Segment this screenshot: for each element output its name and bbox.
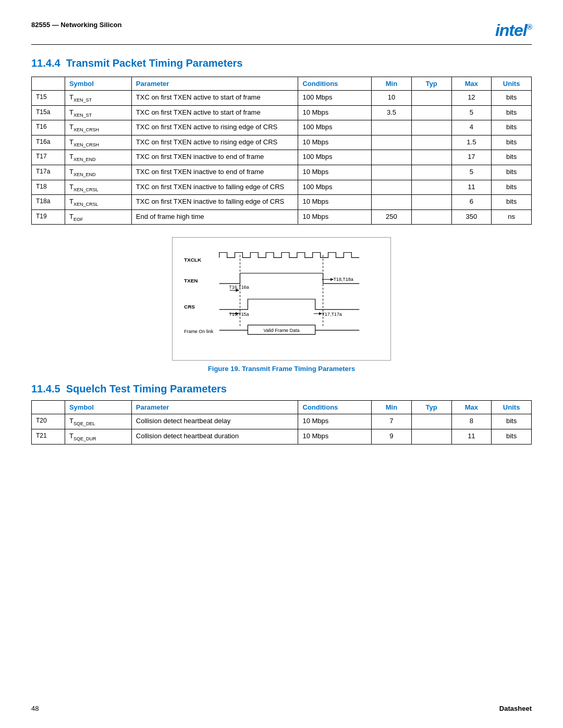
- header-title: 82555 — Networking Silicon: [31, 21, 121, 29]
- footer-page-number: 48: [31, 705, 39, 712]
- row-conditions: 10 Mbps: [298, 429, 372, 444]
- row-parameter: TXC on first TXEN active to start of fra…: [131, 91, 298, 106]
- col-units: Units: [492, 77, 532, 91]
- row-parameter: TXC on first TXEN inactive to end of fra…: [131, 150, 298, 165]
- col2-parameter: Parameter: [131, 401, 298, 414]
- page-header: 82555 — Networking Silicon intel®: [31, 21, 532, 45]
- row-symbol: TXEN_CRSL: [65, 180, 131, 195]
- row-conditions: 100 Mbps: [298, 91, 372, 106]
- row-id: T17: [32, 150, 65, 165]
- row-max: 4: [451, 120, 492, 135]
- row-units: bits: [492, 105, 532, 120]
- row-min: 10: [372, 91, 412, 106]
- row-units: bits: [492, 135, 532, 150]
- col-conditions: Conditions: [298, 77, 372, 91]
- t17-annotation: T17,T17a: [322, 312, 342, 317]
- row-conditions: 10 Mbps: [298, 135, 372, 150]
- table-row: T18a TXEN_CRSL TXC on first TXEN inactiv…: [32, 195, 532, 210]
- row-typ: [411, 150, 451, 165]
- page-footer: 48 Datasheet: [31, 705, 532, 712]
- row-max: 1.5: [451, 135, 492, 150]
- frame-on-link-label: Frame On link: [184, 329, 214, 334]
- row-units: bits: [492, 91, 532, 106]
- col-symbol: Symbol: [65, 77, 131, 91]
- row-symbol: TXEN_END: [65, 165, 131, 180]
- row-parameter: Collision detect heartbeat delay: [131, 414, 298, 429]
- row-typ: [411, 195, 451, 210]
- section-1-title: 11.4.4 Transmit Packet Timing Parameters: [31, 57, 532, 69]
- footer-datasheet: Datasheet: [499, 705, 532, 712]
- row-id: T20: [32, 414, 65, 429]
- row-min: 9: [372, 429, 412, 444]
- row-id: T17a: [32, 165, 65, 180]
- row-symbol: TXEN_CRSH: [65, 120, 131, 135]
- row-conditions: 10 Mbps: [298, 195, 372, 210]
- row-id: T19: [32, 209, 65, 225]
- table-row: T20 TSQE_DEL Collision detect heartbeat …: [32, 414, 532, 429]
- row-units: bits: [492, 414, 532, 429]
- row-max: 17: [451, 150, 492, 165]
- table-squelch-test-timing: Symbol Parameter Conditions Min Typ Max …: [31, 400, 532, 444]
- col-min: Min: [372, 77, 412, 91]
- valid-frame-data-label: Valid Frame Data: [264, 328, 300, 333]
- row-parameter: TXC on first TXEN active to rising edge …: [131, 135, 298, 150]
- table-row: T15 TXEN_ST TXC on first TXEN active to …: [32, 91, 532, 106]
- row-conditions: 10 Mbps: [298, 414, 372, 429]
- row-id: T18: [32, 180, 65, 195]
- col2-empty: [32, 401, 65, 414]
- row-max: 5: [451, 105, 492, 120]
- row-conditions: 10 Mbps: [298, 165, 372, 180]
- row-units: bits: [492, 165, 532, 180]
- row-units: ns: [492, 209, 532, 225]
- table-transmit-packet-timing: Symbol Parameter Conditions Min Typ Max …: [31, 77, 532, 225]
- row-units: bits: [492, 150, 532, 165]
- row-min: [372, 195, 412, 210]
- row-symbol: TXEN_ST: [65, 91, 131, 106]
- row-symbol: TSQE_DUR: [65, 429, 131, 444]
- row-units: bits: [492, 120, 532, 135]
- t16-annotation: T16,T16a: [229, 285, 249, 290]
- row-conditions: 100 Mbps: [298, 120, 372, 135]
- t15-annotation: T15,T15a: [229, 312, 249, 317]
- row-parameter: End of frame high time: [131, 209, 298, 225]
- row-min: 7: [372, 414, 412, 429]
- row-id: T16a: [32, 135, 65, 150]
- row-max: 12: [451, 91, 492, 106]
- row-parameter: TXC on first TXEN active to rising edge …: [131, 120, 298, 135]
- t18-annotation: T18,T18a: [333, 277, 353, 282]
- row-min: [372, 165, 412, 180]
- row-id: T18a: [32, 195, 65, 210]
- row-conditions: 10 Mbps: [298, 209, 372, 225]
- row-units: bits: [492, 429, 532, 444]
- col2-typ: Typ: [411, 401, 451, 414]
- row-max: 5: [451, 165, 492, 180]
- row-max: 6: [451, 195, 492, 210]
- table-row: T17 TXEN_END TXC on first TXEN inactive …: [32, 150, 532, 165]
- row-min: 250: [372, 209, 412, 225]
- row-min: 3.5: [372, 105, 412, 120]
- row-max: 350: [451, 209, 492, 225]
- row-typ: [411, 105, 451, 120]
- row-min: [372, 180, 412, 195]
- table-row: T16a TXEN_CRSH TXC on first TXEN active …: [32, 135, 532, 150]
- section-2-title: 11.4.5 Squelch Test Timing Parameters: [31, 383, 532, 395]
- row-typ: [411, 165, 451, 180]
- col-max: Max: [451, 77, 492, 91]
- row-symbol: TXEN_ST: [65, 105, 131, 120]
- row-units: bits: [492, 195, 532, 210]
- row-symbol: TXEN_END: [65, 150, 131, 165]
- txen-label: TXEN: [184, 278, 198, 284]
- col-parameter: Parameter: [131, 77, 298, 91]
- row-id: T15a: [32, 105, 65, 120]
- row-typ: [411, 120, 451, 135]
- row-typ: [411, 180, 451, 195]
- row-symbol: TSQE_DEL: [65, 414, 131, 429]
- txclk-label: TXCLK: [184, 257, 202, 263]
- row-units: bits: [492, 180, 532, 195]
- row-parameter: TXC on first TXEN inactive to end of fra…: [131, 165, 298, 180]
- page: 82555 — Networking Silicon intel® 11.4.4…: [0, 0, 563, 728]
- row-typ: [411, 414, 451, 429]
- row-id: T16: [32, 120, 65, 135]
- table-row: T15a TXEN_ST TXC on first TXEN active to…: [32, 105, 532, 120]
- col2-symbol: Symbol: [65, 401, 131, 414]
